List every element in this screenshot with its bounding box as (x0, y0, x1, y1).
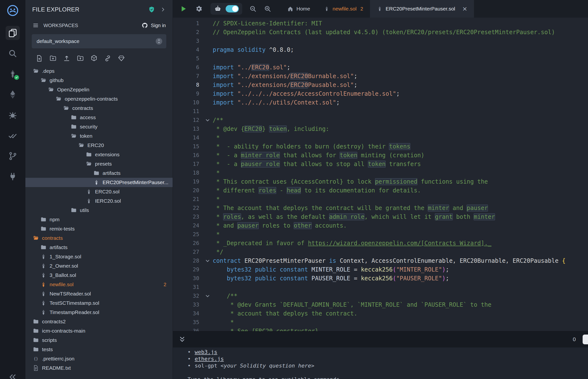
collapse-panel-icon[interactable] (8, 372, 17, 379)
tab-newfile.sol[interactable]: newfile.sol2 (317, 0, 370, 17)
tab-ERC20PresetMinterPauser.sol[interactable]: ERC20PresetMinterPauser.sol× (370, 0, 474, 17)
tab-label: ERC20PresetMinterPauser.sol (386, 6, 455, 12)
publish-to-gist-icon[interactable] (104, 55, 111, 62)
line-number: 20 (193, 186, 200, 195)
deploy-and-run-icon[interactable] (6, 87, 20, 102)
tree-file-.prettierrc.json[interactable]: {}.prettierrc.json (25, 354, 173, 363)
fold-icon[interactable] (204, 117, 211, 123)
gutter: 22 (173, 204, 213, 212)
tree-folder-presets[interactable]: presets (25, 159, 173, 169)
tree-file-1_Storage.sol[interactable]: 1_Storage.sol (25, 252, 173, 261)
run-script-button[interactable] (179, 5, 187, 13)
tree-folder-contracts[interactable]: contracts (25, 104, 173, 113)
file-icon (33, 365, 39, 371)
close-tab-icon[interactable]: × (463, 5, 467, 13)
solidity-unit-testing-icon[interactable] (6, 128, 20, 142)
tree-file-ERC20PresetMinterPauser...[interactable]: ERC20PresetMinterPauser... (25, 178, 173, 187)
tree-item-label: security (80, 124, 97, 130)
code-text: * (213, 195, 220, 204)
gutter: 28 (173, 256, 213, 265)
tree-folder-token[interactable]: token (25, 131, 173, 141)
tree-file-TestSCTimestamp.sol[interactable]: TestSCTimestamp.sol (25, 299, 173, 308)
git-icon[interactable] (6, 149, 20, 163)
upload-file-icon[interactable] (63, 55, 70, 62)
ai-copilot-toggle[interactable] (226, 5, 239, 13)
ai-copilot-icon[interactable] (214, 5, 222, 13)
terminal-search-input[interactable] (583, 334, 588, 344)
script-config-gear-icon[interactable] (195, 5, 203, 13)
tree-folder-contracts2[interactable]: contracts2 (25, 317, 173, 326)
code-line: 7import "../extensions/ERC20Burnable.sol… (173, 72, 588, 80)
tree-file-README.txt[interactable]: README.txt (25, 363, 173, 373)
tree-folder-OpenZeppelin[interactable]: OpenZeppelin (25, 85, 173, 94)
tree-folder-access[interactable]: access (25, 113, 173, 122)
tree-folder-icm-contracts-main[interactable]: icm-contracts-main (25, 326, 173, 335)
flattener-icon[interactable] (118, 55, 125, 62)
tree-folder-ERC20[interactable]: ERC20 (25, 141, 173, 150)
fold-icon[interactable] (204, 258, 211, 264)
workspace-select[interactable]: default_workspace (32, 34, 166, 48)
code-line: 18 * (173, 169, 588, 177)
code-editor[interactable]: 1// SPDX-License-Identifier: MIT2// Open… (173, 17, 588, 331)
terminal-link[interactable]: web3.js (195, 349, 217, 355)
tree-folder-artifacts[interactable]: artifacts (25, 169, 173, 178)
tree-file-3_Ballot.sol[interactable]: 3_Ballot.sol (25, 270, 173, 280)
plugin-manager-icon[interactable] (6, 170, 20, 184)
tree-folder-openzeppelin-contracts[interactable]: openzeppelin-contracts (25, 94, 173, 104)
shield-icon[interactable] (148, 6, 155, 13)
tree-folder-.deps[interactable]: .deps (25, 66, 173, 76)
gutter: 8 (173, 80, 213, 89)
line-number: 22 (193, 204, 200, 212)
fold-icon[interactable] (204, 293, 211, 299)
folder-icon (78, 142, 84, 148)
line-number: 25 (193, 230, 200, 239)
solidity-file-icon (86, 198, 92, 204)
tree-folder-artifacts[interactable]: artifacts (25, 243, 173, 252)
solidity-compiler-icon[interactable] (6, 67, 20, 81)
gutter: 7 (173, 72, 213, 80)
publish-to-ipfs-icon[interactable] (90, 55, 98, 62)
tree-folder-security[interactable]: security (25, 122, 173, 131)
tree-folder-utils[interactable]: utils (25, 205, 173, 215)
terminal-link[interactable]: ethers.js (195, 356, 224, 362)
tree-folder-tests[interactable]: tests (25, 345, 173, 354)
tree-item-label: .deps (42, 68, 54, 74)
zoom-out-icon[interactable] (249, 5, 257, 13)
code-text: /** (213, 292, 237, 300)
tree-file-IERC20.sol[interactable]: IERC20.sol (25, 196, 173, 205)
tree-file-ERC20.sol[interactable]: ERC20.sol (25, 187, 173, 196)
bullet-icon: • (187, 349, 191, 355)
code-line: 21 * (173, 195, 588, 204)
chevron-right-icon[interactable] (160, 7, 166, 13)
tree-file-2_Owner.sol[interactable]: 2_Owner.sol (25, 261, 173, 270)
line-number: 16 (193, 151, 200, 160)
tree-folder-extensions[interactable]: extensions (25, 150, 173, 159)
debugger-icon[interactable] (6, 108, 20, 122)
tree-file-NewTSReader.sol[interactable]: NewTSReader.sol (25, 289, 173, 299)
line-number: 9 (196, 89, 199, 98)
new-file-icon[interactable] (36, 55, 43, 62)
tree-folder-remix-tests[interactable]: remix-tests (25, 224, 173, 234)
new-folder-icon[interactable] (49, 55, 57, 62)
tree-folder-contracts[interactable]: contracts (25, 234, 173, 243)
upload-folder-icon[interactable] (77, 55, 84, 62)
tree-file-newfile.sol[interactable]: newfile.sol2 (25, 280, 173, 289)
tab-home[interactable]: Home (280, 0, 317, 17)
toggle-knob (232, 6, 238, 12)
tree-folder-scripts[interactable]: scripts (25, 335, 173, 345)
hamburger-menu-icon[interactable] (32, 22, 39, 29)
remix-logo-icon[interactable] (6, 3, 20, 17)
tree-folder-npm[interactable]: npm (25, 215, 173, 224)
gutter: 35 (173, 318, 213, 327)
zoom-in-icon[interactable] (264, 5, 272, 13)
file-explorer-icon[interactable] (6, 26, 20, 40)
line-number: 18 (193, 169, 200, 177)
terminal-text: Type the library name to see available c… (187, 376, 340, 379)
tree-file-TimestampReader.sol[interactable]: TimestampReader.sol (25, 308, 173, 317)
tree-folder-github[interactable]: github (25, 76, 173, 85)
search-icon[interactable] (6, 47, 20, 61)
terminal-line: •ethers.js (187, 355, 588, 362)
terminal-expand-icon[interactable] (178, 335, 186, 343)
sign-in-button[interactable]: Sign in (142, 22, 166, 29)
code-text: * different roles - head to its document… (213, 186, 421, 195)
